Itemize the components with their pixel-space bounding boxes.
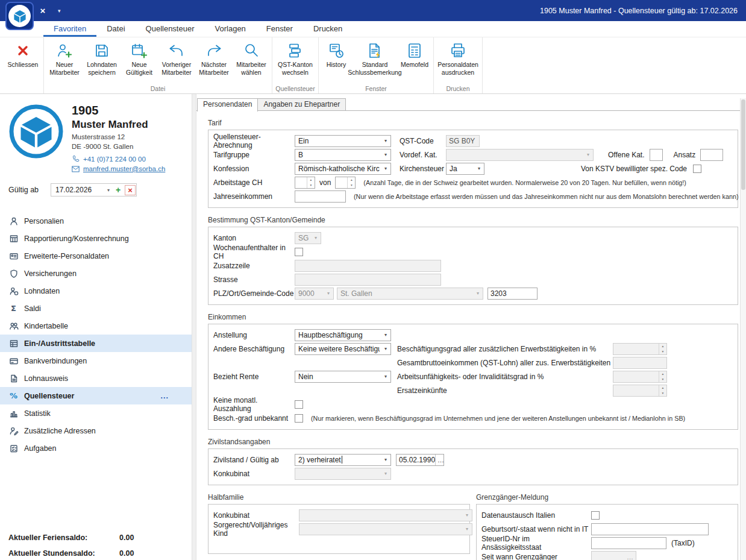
chevron-down-icon: ▾	[462, 510, 472, 521]
shield-icon	[8, 268, 19, 278]
add-validity-icon[interactable]: +	[113, 185, 124, 195]
ribbon-group-drucken: Personaldaten ausdrucken Drucken	[434, 37, 483, 93]
gueltig-ab-date-value[interactable]: 17.02.2026	[51, 186, 104, 194]
tarifgruppe-select[interactable]: B ▾	[295, 149, 391, 161]
steuerid-label: SteuerID-Nr im Ansässigkeitsstaat	[481, 535, 591, 552]
employee-phone-link[interactable]: +41 (0)71 224 00 00	[72, 155, 165, 163]
chevron-down-icon[interactable]: ▾	[104, 187, 113, 193]
sidebar-item-bankverbindungen[interactable]: Bankverbindungen	[0, 352, 192, 370]
zivilstand-select[interactable]: 2) verheiratet ▾	[295, 454, 391, 466]
standard-schlussbemerkung-button[interactable]: Standard Schlussbemerkung	[352, 39, 398, 84]
vorheriger-mitarbeiter-button[interactable]: Vorheriger Mitarbeiter	[158, 39, 195, 84]
menu-tab-drucken[interactable]: Drucken	[303, 21, 353, 37]
gemeinde-code-field[interactable]: 3203	[487, 288, 538, 300]
arbeitstage-von-spinner[interactable]: ▴▾	[295, 177, 315, 189]
ersatzeinkuenfte-spinner: ▴▾	[613, 385, 667, 397]
steuerid-field[interactable]	[591, 537, 666, 549]
people-icon	[8, 321, 19, 331]
gueltig-ab-label: Gültig ab	[8, 186, 51, 194]
history-button[interactable]: History	[321, 39, 352, 84]
gueltig-ab-date-control[interactable]: 17.02.2026 ▾ + ×	[51, 183, 137, 197]
sidebar-item-personalien[interactable]: Personalien	[0, 212, 192, 230]
employee-name: Muster Manfred	[72, 119, 165, 131]
scrollbar[interactable]	[740, 98, 746, 560]
zivilstand-gueltig-ab-date[interactable]: 05.02.1990 …	[396, 454, 444, 466]
scrollbar-thumb[interactable]	[741, 99, 745, 190]
main-panel: Personendaten Angaben zu Ehepartner Tari…	[196, 94, 746, 560]
group-halbfamilie: Konkubinat ▾ Sorgerecht/Volljähriges Kin…	[208, 504, 470, 554]
sidebar-item-ein-austrittstabelle[interactable]: Ein-/Austrittstabelle	[0, 335, 192, 352]
neuer-mitarbeiter-button[interactable]: Neuer Mitarbeiter	[46, 39, 83, 84]
sidebar-item-versicherungen[interactable]: Versicherungen	[0, 265, 192, 282]
anstellung-select[interactable]: Hauptbeschäftigung ▾	[295, 329, 391, 341]
kirchensteuer-label: Kirchensteuer	[400, 165, 446, 173]
naechster-mitarbeiter-button[interactable]: Nächster Mitarbeiter	[195, 39, 233, 84]
ribbon-button-label: Neuer Mitarbeiter	[46, 61, 83, 76]
ribbon-button-label: QST-Kanton wechseln	[274, 61, 316, 76]
kirchensteuer-select[interactable]: Ja ▾	[446, 163, 484, 175]
sidebar-item-aufgaben[interactable]: Aufgaben	[0, 439, 192, 457]
schliessen-button[interactable]: Schliessen	[4, 39, 42, 84]
sidebar-splitter[interactable]	[192, 94, 196, 560]
lohndaten-speichern-button[interactable]: Lohndaten speichern	[83, 39, 121, 84]
chevron-down-icon: ▾	[311, 233, 321, 244]
titlebar-dropdown-icon[interactable]: ▾	[58, 8, 61, 14]
gesamtbrutto-label: Gesamtbruttoeinkommen (QST-Lohn) aller z…	[397, 359, 613, 367]
ribbon-button-label: Personaldaten ausdrucken	[436, 61, 480, 76]
chevron-down-icon: ▾	[381, 330, 390, 341]
beschgrad-unbekannt-checkbox[interactable]	[295, 414, 303, 423]
group-title-zivilstand: Zivilstandsangaben	[208, 438, 740, 446]
datenaustausch-italien-checkbox[interactable]	[591, 511, 600, 520]
zusatzzeile-label: Zusatzzeile	[213, 262, 295, 270]
employee-email-link[interactable]: manfred.muster@sorba.ch	[72, 165, 165, 172]
window-close-icon[interactable]: ×	[36, 5, 49, 16]
sidebar-item-lohnausweis[interactable]: Lohnausweis	[0, 370, 192, 387]
menu-tab-vorlagen[interactable]: Vorlagen	[205, 21, 256, 37]
sidebar-item-saldi[interactable]: Σ Saldi	[0, 300, 192, 317]
menu-tab-favoriten[interactable]: Favoriten	[43, 21, 96, 37]
qst-kanton-wechseln-button[interactable]: QST-Kanton wechseln	[274, 39, 316, 84]
offene-kat-field[interactable]	[650, 149, 663, 161]
jahreseinkommen-field[interactable]	[295, 190, 346, 203]
geburtsort-field[interactable]	[591, 523, 709, 535]
ansatz-field[interactable]	[700, 149, 723, 161]
tab-angaben-ehepartner[interactable]: Angaben zu Ehepartner	[257, 98, 346, 110]
konfession-select[interactable]: Römisch-katholische Kirche ▾	[295, 163, 391, 175]
sidebar-item-lohndaten[interactable]: Lohndaten	[0, 282, 192, 300]
date-picker-dots-button[interactable]: …	[435, 455, 446, 465]
sidebar-item-quellensteuer[interactable]: % Quellensteuer ...	[0, 387, 192, 404]
menu-tab-fenster[interactable]: Fenster	[256, 21, 303, 37]
menu-tab-datei[interactable]: Datei	[96, 21, 135, 37]
personaldaten-ausdrucken-button[interactable]: Personaldaten ausdrucken	[436, 39, 480, 84]
more-options-dots[interactable]: ...	[161, 392, 169, 400]
andere-beschaeftigung-select[interactable]: Keine weitere Beschäftigung ▾	[295, 343, 391, 355]
chevron-down-icon: ▾	[474, 163, 484, 174]
kstv-checkbox[interactable]	[693, 165, 701, 173]
phone-icon	[72, 155, 80, 163]
text-caret	[342, 456, 342, 464]
sidebar-item-rapportierung[interactable]: Rapportierung/Kostenrechnung	[0, 230, 192, 247]
sidebar-item-label: Ein-/Austrittstabelle	[24, 339, 95, 348]
remove-validity-icon[interactable]: ×	[125, 185, 136, 195]
vordef-kat-select: ▾	[446, 149, 594, 161]
mitarbeiter-waehlen-button[interactable]: Mitarbeiter wählen	[233, 39, 270, 84]
tab-personendaten[interactable]: Personendaten	[197, 98, 258, 112]
bezieht-rente-select[interactable]: Nein ▾	[295, 371, 391, 383]
sidebar-item-label: Rapportierung/Kostenrechnung	[24, 234, 129, 243]
gueltig-ab-row: Gültig ab 17.02.2026 ▾ + ×	[8, 183, 192, 197]
sidebar-item-statistik[interactable]: Statistik	[0, 404, 192, 422]
memofeld-button[interactable]: Memofeld	[398, 39, 431, 84]
sidebar-item-erweiterte-personaldaten[interactable]: Erweiterte-Personaldaten	[0, 247, 192, 265]
ribbon-group-label: Drucken	[434, 85, 482, 92]
sidebar-item-label: Aufgaben	[24, 444, 57, 453]
qst-abrechnung-select[interactable]: Ein ▾	[295, 135, 391, 147]
arbeitstage-bis-spinner[interactable]: ▴▾	[335, 177, 356, 189]
wochenaufenthalter-checkbox[interactable]	[295, 248, 303, 256]
feriensaldo-row: Aktueller Feriensaldo: 0.00	[8, 533, 134, 542]
sidebar-item-kindertabelle[interactable]: Kindertabelle	[0, 317, 192, 335]
sidebar-item-zusaetzliche-adressen[interactable]: Zusätzliche Adressen	[0, 422, 192, 439]
menu-tab-quellensteuer[interactable]: Quellensteuer	[136, 21, 205, 37]
neue-gueltigkeit-button[interactable]: Neue Gültigkeit	[121, 39, 158, 84]
keine-auszahlung-checkbox[interactable]	[295, 400, 303, 409]
seit-wann-grenzgaenger-label: Seit wann Grenzgänger	[481, 553, 591, 560]
